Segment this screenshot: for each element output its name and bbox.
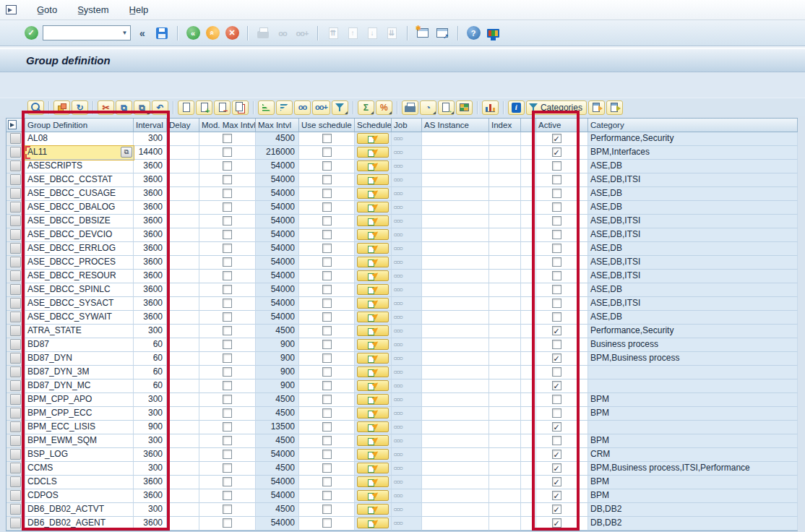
active-checkbox[interactable] bbox=[552, 189, 561, 198]
info-button[interactable]: i bbox=[508, 100, 525, 115]
row-selector[interactable] bbox=[7, 242, 25, 256]
row-selector[interactable] bbox=[7, 421, 25, 434]
row-selector-button[interactable] bbox=[10, 435, 21, 446]
use-schedule-checkbox[interactable] bbox=[322, 134, 332, 143]
cell-group-definition[interactable]: ASE_DBCC_DBSIZE bbox=[25, 215, 134, 228]
row-selector[interactable] bbox=[7, 338, 25, 352]
mod-max-intvl-checkbox[interactable] bbox=[223, 436, 232, 445]
job-chain-icon[interactable]: ○○○ bbox=[392, 393, 421, 406]
job-chain-icon[interactable]: ○○○ bbox=[392, 242, 421, 254]
find-next-button[interactable]: oo+ bbox=[294, 25, 310, 42]
active-checkbox[interactable]: ✓ bbox=[552, 518, 561, 528]
duplicate-row-button[interactable] bbox=[232, 100, 249, 115]
schedule-button[interactable] bbox=[357, 284, 389, 295]
use-schedule-checkbox[interactable] bbox=[322, 353, 332, 363]
active-checkbox[interactable] bbox=[552, 395, 561, 404]
cell-group-definition[interactable]: BPM_EWM_SQM bbox=[25, 434, 134, 448]
mod-max-intvl-checkbox[interactable] bbox=[223, 216, 232, 226]
mod-max-intvl-checkbox[interactable] bbox=[223, 395, 232, 404]
up-button[interactable]: « bbox=[205, 25, 220, 42]
active-checkbox[interactable] bbox=[552, 216, 561, 226]
cell-group-definition[interactable]: BD87 bbox=[25, 338, 134, 352]
active-checkbox[interactable] bbox=[552, 340, 561, 349]
row-selector-button[interactable] bbox=[10, 394, 21, 405]
save-button[interactable] bbox=[154, 25, 170, 42]
row-selector-button[interactable] bbox=[10, 312, 21, 322]
use-schedule-checkbox[interactable] bbox=[322, 450, 332, 459]
row-selector-button[interactable] bbox=[10, 243, 21, 254]
job-chain-icon[interactable]: ○○○ bbox=[392, 517, 421, 529]
menu-help[interactable]: H̲elp bbox=[129, 4, 149, 15]
mod-max-intvl-checkbox[interactable] bbox=[223, 340, 232, 349]
row-selector-button[interactable] bbox=[10, 257, 21, 267]
cell-group-definition[interactable]: BPM_ECC_LISIS bbox=[25, 421, 134, 434]
insert-row-button[interactable] bbox=[196, 100, 212, 115]
schedule-button[interactable] bbox=[357, 215, 389, 226]
active-checkbox[interactable] bbox=[552, 408, 561, 418]
command-input[interactable] bbox=[43, 27, 119, 39]
mod-max-intvl-checkbox[interactable] bbox=[223, 299, 232, 308]
job-chain-icon[interactable]: ○○○ bbox=[392, 407, 421, 419]
export-button[interactable] bbox=[438, 100, 455, 115]
row-selector-button[interactable] bbox=[10, 380, 21, 391]
mod-max-intvl-checkbox[interactable] bbox=[223, 518, 232, 528]
refresh-button[interactable]: ↻ bbox=[72, 100, 88, 115]
print-preview-button[interactable]: ◔ bbox=[420, 100, 436, 115]
row-selector[interactable] bbox=[7, 489, 25, 503]
cell-group-definition[interactable]: BPM_CPP_ECC bbox=[25, 407, 134, 421]
find-button[interactable]: oo bbox=[275, 25, 290, 42]
row-selector-button[interactable] bbox=[10, 160, 21, 171]
help-button[interactable]: ? bbox=[465, 25, 481, 42]
active-checkbox[interactable]: ✓ bbox=[552, 147, 561, 157]
schedule-button[interactable] bbox=[357, 366, 389, 377]
row-selector[interactable] bbox=[7, 476, 25, 489]
row-selector[interactable] bbox=[7, 146, 25, 160]
use-schedule-checkbox[interactable] bbox=[322, 518, 332, 528]
active-checkbox[interactable]: ✓ bbox=[552, 422, 561, 432]
job-chain-icon[interactable]: ○○○ bbox=[392, 146, 421, 158]
active-checkbox[interactable] bbox=[552, 436, 561, 445]
mod-max-intvl-checkbox[interactable] bbox=[223, 463, 232, 473]
active-checkbox[interactable] bbox=[552, 367, 561, 377]
job-chain-icon[interactable]: ○○○ bbox=[392, 201, 421, 213]
mod-max-intvl-checkbox[interactable] bbox=[223, 491, 232, 500]
mod-max-intvl-checkbox[interactable] bbox=[223, 161, 232, 171]
previous-page-button[interactable]: ↑ bbox=[345, 25, 361, 42]
row-selector[interactable] bbox=[7, 325, 25, 338]
job-chain-icon[interactable]: ○○○ bbox=[392, 489, 421, 502]
use-schedule-checkbox[interactable] bbox=[322, 505, 332, 514]
mod-max-intvl-checkbox[interactable] bbox=[223, 367, 232, 377]
row-selector-button[interactable] bbox=[10, 298, 21, 309]
row-selector-button[interactable] bbox=[10, 215, 21, 226]
mod-max-intvl-checkbox[interactable] bbox=[223, 271, 232, 280]
row-selector-button[interactable] bbox=[10, 353, 21, 364]
job-chain-icon[interactable]: ○○○ bbox=[392, 434, 421, 447]
active-checkbox[interactable] bbox=[552, 299, 561, 308]
schedule-button[interactable] bbox=[357, 504, 389, 515]
schedule-button[interactable] bbox=[357, 133, 389, 144]
row-selector-button[interactable] bbox=[10, 325, 21, 336]
cell-group-definition[interactable]: BD87_DYN_3M bbox=[25, 366, 134, 379]
job-chain-icon[interactable]: ○○○ bbox=[392, 325, 421, 337]
use-schedule-checkbox[interactable] bbox=[322, 367, 332, 377]
active-checkbox[interactable] bbox=[552, 161, 561, 171]
use-schedule-checkbox[interactable] bbox=[322, 477, 332, 486]
cell-group-definition[interactable]: ASE_DBCC_CCSTAT bbox=[25, 173, 134, 187]
row-selector-button[interactable] bbox=[10, 188, 21, 199]
job-chain-icon[interactable]: ○○○ bbox=[392, 173, 421, 186]
cell-group-definition[interactable]: ASE_DBCC_ERRLOG bbox=[25, 242, 134, 256]
command-field[interactable]: ▼ bbox=[43, 25, 131, 40]
row-selector[interactable] bbox=[7, 187, 25, 201]
schedule-button[interactable] bbox=[357, 147, 389, 158]
cell-group-definition[interactable]: ASE_DBCC_DBALOG bbox=[25, 201, 134, 215]
cell-group-definition[interactable]: ASE_DBCC_CUSAGE bbox=[25, 187, 134, 201]
use-schedule-checkbox[interactable] bbox=[322, 381, 332, 390]
table-find-button[interactable]: oo bbox=[294, 100, 311, 115]
mod-max-intvl-checkbox[interactable] bbox=[223, 422, 232, 432]
job-chain-icon[interactable]: ○○○ bbox=[392, 448, 421, 460]
schedule-button[interactable] bbox=[357, 353, 389, 364]
use-schedule-checkbox[interactable] bbox=[322, 189, 332, 198]
use-schedule-checkbox[interactable] bbox=[322, 244, 332, 253]
use-schedule-checkbox[interactable] bbox=[322, 312, 332, 322]
active-checkbox[interactable]: ✓ bbox=[552, 353, 561, 363]
